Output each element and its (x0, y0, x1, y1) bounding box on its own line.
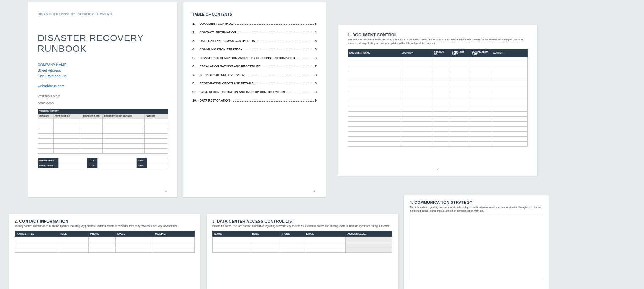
page-datacenter-acl: 3. DATA CENTER ACCESS CONTROL LIST Inclu… (207, 214, 398, 289)
toc-item: 10.DATA RESTORATION9 (192, 99, 317, 102)
toc-dots (296, 59, 314, 59)
toc-item: 7.INFRASTRUCTURE OVERVIEW8 (192, 73, 317, 77)
toc-num: 1. (192, 22, 200, 26)
section-subtext: The information regarding how personnel … (410, 206, 543, 213)
page-comm-strategy: 4. COMMUNICATION STRATEGY The informatio… (404, 195, 549, 289)
section-subtext: This includes document name, versions, c… (348, 38, 528, 45)
toc-dots (231, 101, 314, 102)
table-row (15, 236, 195, 242)
sig-approved-label: APPROVED BY (38, 163, 59, 168)
page-number: 1 (165, 190, 167, 192)
sig-date-label-1: DATE (136, 158, 147, 163)
toc-label: RESTORATION ORDER AND DETAILS (200, 82, 254, 85)
dct-col-phone: PHONE (279, 231, 304, 236)
dct-col-access: ACCESS LEVEL (346, 231, 392, 236)
ct-col-phone: PHONE (88, 231, 115, 236)
toc-page: 3 (315, 22, 317, 26)
toc-item: 9.SYSTEM CONFIGURATION AND BACKUP CONFIG… (192, 90, 317, 94)
toc-num: 3. (192, 39, 200, 43)
toc-label: ESCALATION RATINGS AND PROCEDURE (200, 65, 261, 68)
toc-dots (286, 93, 314, 93)
toc-item: 1.DOCUMENT CONTROL3 (192, 22, 317, 26)
vh-col-revdate: REVISION DATE (82, 114, 103, 119)
dc-col-author: AUTHOR (492, 49, 527, 57)
table-row (15, 242, 195, 247)
toc-page: 5 (315, 39, 317, 43)
template-header: DISASTER RECOVERY RUNBOOK TEMPLATE (38, 12, 168, 16)
toc-num: 10. (192, 99, 200, 102)
contact-table: NAME & TITLE ROLE PHONE EMAIL MAILING (15, 231, 195, 253)
section-heading: 4. COMMUNICATION STRATEGY (410, 200, 543, 205)
section-heading: 3. DATA CENTER ACCESS CONTROL LIST (212, 219, 392, 223)
dc-col-create: CREATION DATE (450, 49, 470, 57)
section-heading: 1. DOCUMENT CONTROL (348, 33, 528, 37)
sig-title-label-2: TITLE (87, 163, 97, 168)
toc-page: 6 (315, 48, 317, 51)
table-row (38, 143, 168, 148)
page-contact-info: 2. CONTACT INFORMATION The key contact i… (9, 214, 200, 289)
city-state-zip: City, State and Zip (38, 73, 168, 79)
version-text: VERSION 0.0.0 (38, 94, 168, 98)
version-history-table: VERSION HISTORY VERSION APPROVED BY REVI… (38, 109, 168, 154)
toc-item: 5.DISASTER DECLARATION AND ALERT RESPONS… (192, 56, 317, 60)
table-row (213, 236, 392, 242)
table-row (348, 107, 528, 111)
dc-col-ver: VERSION NO. (432, 49, 450, 57)
dc-col-loc: LOCATION (400, 49, 432, 57)
ct-col-name: NAME & TITLE (15, 231, 58, 236)
toc-dots (244, 50, 314, 50)
page-2-toc: TABLE OF CONTENTS 1.DOCUMENT CONTROL32.C… (183, 2, 326, 197)
toc-num: 5. (192, 56, 200, 60)
table-row (38, 133, 168, 138)
dc-col-mod: MODIFICATION DATE (470, 49, 492, 57)
table-row (348, 77, 528, 82)
toc-label: SYSTEM CONFIGURATION AND BACKUP CONFIGUR… (200, 90, 285, 94)
table-row (348, 87, 528, 92)
table-row (348, 92, 528, 97)
toc-label: DOCUMENT CONTROL (200, 22, 233, 26)
toc-dots (245, 76, 314, 76)
toc-label: CONTACT INFORMATION (200, 31, 236, 34)
section-heading: 2. CONTACT INFORMATION (15, 219, 195, 223)
toc-dots (262, 67, 314, 67)
toc-num: 2. (192, 31, 200, 34)
sig-date-value-1 (147, 158, 168, 163)
toc-num: 4. (192, 48, 200, 51)
vh-col-approved: APPROVED BY (54, 114, 82, 119)
toc-page: 4 (315, 31, 317, 34)
table-row (348, 62, 528, 67)
date-text: 00/00/0000 (38, 102, 168, 105)
toc-label: COMMUNICATION STRATEGY (200, 48, 243, 51)
vh-col-version: VERSION (38, 114, 54, 119)
table-row (348, 121, 528, 126)
document-control-table: DOCUMENT NAME LOCATION VERSION NO. CREAT… (348, 49, 528, 147)
toc-list: 1.DOCUMENT CONTROL32.CONTACT INFORMATION… (192, 22, 317, 102)
table-row (348, 67, 528, 72)
toc-item: 3.DATA CENTER ACCESS CONTROL LIST5 (192, 39, 317, 43)
table-row (348, 136, 528, 141)
toc-num: 7. (192, 73, 200, 77)
table-row (348, 102, 528, 107)
datacenter-table: NAME ROLE PHONE EMAIL ACCESS LEVEL (212, 231, 392, 253)
toc-label: DATA RESTORATION (200, 99, 230, 102)
table-row (348, 72, 528, 77)
table-row (213, 247, 392, 252)
sig-title-value-2 (97, 163, 136, 168)
toc-dots (234, 24, 314, 25)
dct-col-name: NAME (213, 231, 250, 236)
toc-page: 7 (315, 65, 317, 68)
toc-num: 6. (192, 65, 200, 68)
toc-page: 9 (315, 99, 317, 102)
toc-page: 8 (315, 73, 317, 77)
section-subtext: The key contact information of all invol… (15, 224, 195, 228)
page-3-doc-control: 1. DOCUMENT CONTROL This includes docume… (338, 25, 537, 176)
table-row (213, 242, 392, 247)
dct-col-email: EMAIL (304, 231, 346, 236)
toc-page: 9 (315, 90, 317, 94)
sig-date-label-2: DATE (136, 163, 147, 168)
sig-prepared-value (58, 158, 87, 163)
toc-page: 8 (315, 82, 317, 85)
toc-num: 8. (192, 82, 200, 85)
table-row (348, 97, 528, 102)
table-row (348, 131, 528, 136)
